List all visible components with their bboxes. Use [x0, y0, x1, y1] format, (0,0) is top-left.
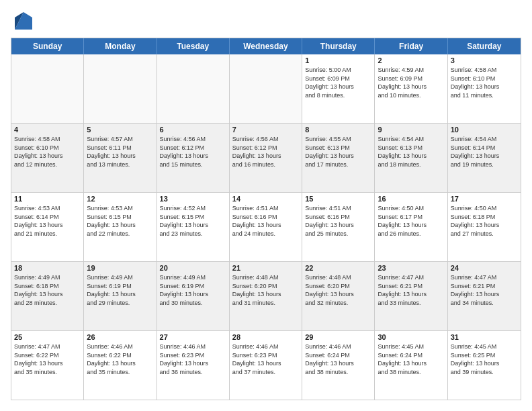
- calendar-week-5: 25Sunrise: 4:47 AM Sunset: 6:22 PM Dayli…: [11, 331, 521, 400]
- empty-cell: [157, 54, 230, 123]
- day-info: Sunrise: 4:46 AM Sunset: 6:22 PM Dayligh…: [87, 342, 153, 376]
- day-info: Sunrise: 4:50 AM Sunset: 6:18 PM Dayligh…: [451, 204, 518, 238]
- day-cell-8: 8Sunrise: 4:55 AM Sunset: 6:13 PM Daylig…: [302, 124, 375, 192]
- day-cell-30: 30Sunrise: 4:45 AM Sunset: 6:24 PM Dayli…: [375, 331, 447, 400]
- calendar-week-2: 4Sunrise: 4:58 AM Sunset: 6:10 PM Daylig…: [11, 124, 521, 193]
- day-cell-6: 6Sunrise: 4:56 AM Sunset: 6:12 PM Daylig…: [157, 124, 230, 192]
- day-header-tuesday: Tuesday: [157, 38, 230, 54]
- day-info: Sunrise: 4:54 AM Sunset: 6:13 PM Dayligh…: [378, 135, 444, 169]
- day-number: 13: [160, 195, 226, 203]
- day-cell-2: 2Sunrise: 4:59 AM Sunset: 6:09 PM Daylig…: [375, 54, 447, 123]
- day-cell-11: 11Sunrise: 4:53 AM Sunset: 6:14 PM Dayli…: [11, 193, 84, 261]
- day-number: 26: [87, 333, 153, 341]
- day-info: Sunrise: 4:48 AM Sunset: 6:20 PM Dayligh…: [305, 273, 371, 307]
- day-number: 19: [87, 264, 153, 272]
- day-cell-22: 22Sunrise: 4:48 AM Sunset: 6:20 PM Dayli…: [302, 262, 375, 330]
- day-number: 10: [451, 126, 518, 134]
- day-header-sunday: Sunday: [11, 38, 84, 54]
- day-cell-7: 7Sunrise: 4:56 AM Sunset: 6:12 PM Daylig…: [230, 124, 302, 192]
- day-cell-4: 4Sunrise: 4:58 AM Sunset: 6:10 PM Daylig…: [11, 124, 84, 192]
- day-cell-23: 23Sunrise: 4:47 AM Sunset: 6:21 PM Dayli…: [375, 262, 447, 330]
- day-info: Sunrise: 4:50 AM Sunset: 6:17 PM Dayligh…: [378, 204, 444, 238]
- calendar-week-3: 11Sunrise: 4:53 AM Sunset: 6:14 PM Dayli…: [11, 193, 521, 262]
- calendar-header: SundayMondayTuesdayWednesdayThursdayFrid…: [11, 38, 521, 54]
- day-info: Sunrise: 4:51 AM Sunset: 6:16 PM Dayligh…: [232, 204, 299, 238]
- day-info: Sunrise: 4:47 AM Sunset: 6:21 PM Dayligh…: [378, 273, 444, 307]
- day-info: Sunrise: 4:52 AM Sunset: 6:15 PM Dayligh…: [160, 204, 226, 238]
- page: SundayMondayTuesdayWednesdayThursdayFrid…: [0, 0, 532, 411]
- day-number: 28: [232, 333, 299, 341]
- header: [11, 11, 521, 31]
- day-cell-12: 12Sunrise: 4:53 AM Sunset: 6:15 PM Dayli…: [84, 193, 157, 261]
- day-cell-27: 27Sunrise: 4:46 AM Sunset: 6:23 PM Dayli…: [157, 331, 230, 400]
- day-info: Sunrise: 4:56 AM Sunset: 6:12 PM Dayligh…: [160, 135, 226, 169]
- day-info: Sunrise: 4:45 AM Sunset: 6:25 PM Dayligh…: [451, 342, 518, 376]
- day-cell-10: 10Sunrise: 4:54 AM Sunset: 6:14 PM Dayli…: [448, 124, 521, 192]
- day-number: 4: [14, 126, 81, 134]
- day-number: 18: [14, 264, 81, 272]
- day-cell-26: 26Sunrise: 4:46 AM Sunset: 6:22 PM Dayli…: [84, 331, 157, 400]
- day-number: 7: [232, 126, 299, 134]
- day-number: 8: [305, 126, 371, 134]
- calendar: SundayMondayTuesdayWednesdayThursdayFrid…: [11, 38, 521, 400]
- day-info: Sunrise: 4:47 AM Sunset: 6:21 PM Dayligh…: [451, 273, 518, 307]
- day-cell-21: 21Sunrise: 4:48 AM Sunset: 6:20 PM Dayli…: [230, 262, 302, 330]
- day-number: 3: [451, 56, 518, 64]
- day-cell-16: 16Sunrise: 4:50 AM Sunset: 6:17 PM Dayli…: [375, 193, 447, 261]
- day-info: Sunrise: 4:46 AM Sunset: 6:23 PM Dayligh…: [160, 342, 226, 376]
- day-header-friday: Friday: [375, 38, 447, 54]
- empty-cell: [11, 54, 84, 123]
- day-info: Sunrise: 4:53 AM Sunset: 6:14 PM Dayligh…: [14, 204, 81, 238]
- day-number: 22: [305, 264, 371, 272]
- day-cell-1: 1Sunrise: 5:00 AM Sunset: 6:09 PM Daylig…: [302, 54, 375, 123]
- day-info: Sunrise: 4:49 AM Sunset: 6:19 PM Dayligh…: [160, 273, 226, 307]
- day-number: 9: [378, 126, 444, 134]
- day-cell-13: 13Sunrise: 4:52 AM Sunset: 6:15 PM Dayli…: [157, 193, 230, 261]
- day-number: 14: [232, 195, 299, 203]
- day-info: Sunrise: 4:49 AM Sunset: 6:19 PM Dayligh…: [87, 273, 153, 307]
- day-info: Sunrise: 4:58 AM Sunset: 6:10 PM Dayligh…: [451, 66, 518, 99]
- day-info: Sunrise: 4:46 AM Sunset: 6:24 PM Dayligh…: [305, 342, 371, 376]
- day-cell-3: 3Sunrise: 4:58 AM Sunset: 6:10 PM Daylig…: [448, 54, 521, 123]
- logo: [11, 11, 34, 31]
- day-number: 1: [305, 56, 371, 64]
- calendar-body: 1Sunrise: 5:00 AM Sunset: 6:09 PM Daylig…: [11, 54, 521, 400]
- day-cell-14: 14Sunrise: 4:51 AM Sunset: 6:16 PM Dayli…: [230, 193, 302, 261]
- day-number: 31: [451, 333, 518, 341]
- day-cell-28: 28Sunrise: 4:46 AM Sunset: 6:23 PM Dayli…: [230, 331, 302, 400]
- day-number: 6: [160, 126, 226, 134]
- day-number: 25: [14, 333, 81, 341]
- day-number: 2: [378, 56, 444, 64]
- day-number: 23: [378, 264, 444, 272]
- day-cell-17: 17Sunrise: 4:50 AM Sunset: 6:18 PM Dayli…: [448, 193, 521, 261]
- day-header-thursday: Thursday: [302, 38, 375, 54]
- calendar-week-1: 1Sunrise: 5:00 AM Sunset: 6:09 PM Daylig…: [11, 54, 521, 124]
- day-info: Sunrise: 4:55 AM Sunset: 6:13 PM Dayligh…: [305, 135, 371, 169]
- day-info: Sunrise: 4:58 AM Sunset: 6:10 PM Dayligh…: [14, 135, 81, 169]
- day-number: 17: [451, 195, 518, 203]
- day-number: 16: [378, 195, 444, 203]
- day-number: 24: [451, 264, 518, 272]
- day-info: Sunrise: 5:00 AM Sunset: 6:09 PM Dayligh…: [305, 66, 371, 99]
- day-cell-31: 31Sunrise: 4:45 AM Sunset: 6:25 PM Dayli…: [448, 331, 521, 400]
- day-info: Sunrise: 4:46 AM Sunset: 6:23 PM Dayligh…: [232, 342, 299, 376]
- empty-cell: [230, 54, 302, 123]
- day-number: 30: [378, 333, 444, 341]
- day-header-wednesday: Wednesday: [230, 38, 302, 54]
- day-cell-20: 20Sunrise: 4:49 AM Sunset: 6:19 PM Dayli…: [157, 262, 230, 330]
- day-info: Sunrise: 4:57 AM Sunset: 6:11 PM Dayligh…: [87, 135, 153, 169]
- day-number: 15: [305, 195, 371, 203]
- day-number: 21: [232, 264, 299, 272]
- day-cell-24: 24Sunrise: 4:47 AM Sunset: 6:21 PM Dayli…: [448, 262, 521, 330]
- logo-icon: [13, 11, 34, 31]
- day-info: Sunrise: 4:56 AM Sunset: 6:12 PM Dayligh…: [232, 135, 299, 169]
- day-info: Sunrise: 4:53 AM Sunset: 6:15 PM Dayligh…: [87, 204, 153, 238]
- day-info: Sunrise: 4:54 AM Sunset: 6:14 PM Dayligh…: [451, 135, 518, 169]
- day-cell-18: 18Sunrise: 4:49 AM Sunset: 6:18 PM Dayli…: [11, 262, 84, 330]
- day-info: Sunrise: 4:48 AM Sunset: 6:20 PM Dayligh…: [232, 273, 299, 307]
- day-info: Sunrise: 4:49 AM Sunset: 6:18 PM Dayligh…: [14, 273, 81, 307]
- day-number: 27: [160, 333, 226, 341]
- day-header-saturday: Saturday: [448, 38, 521, 54]
- calendar-week-4: 18Sunrise: 4:49 AM Sunset: 6:18 PM Dayli…: [11, 262, 521, 331]
- day-info: Sunrise: 4:51 AM Sunset: 6:16 PM Dayligh…: [305, 204, 371, 238]
